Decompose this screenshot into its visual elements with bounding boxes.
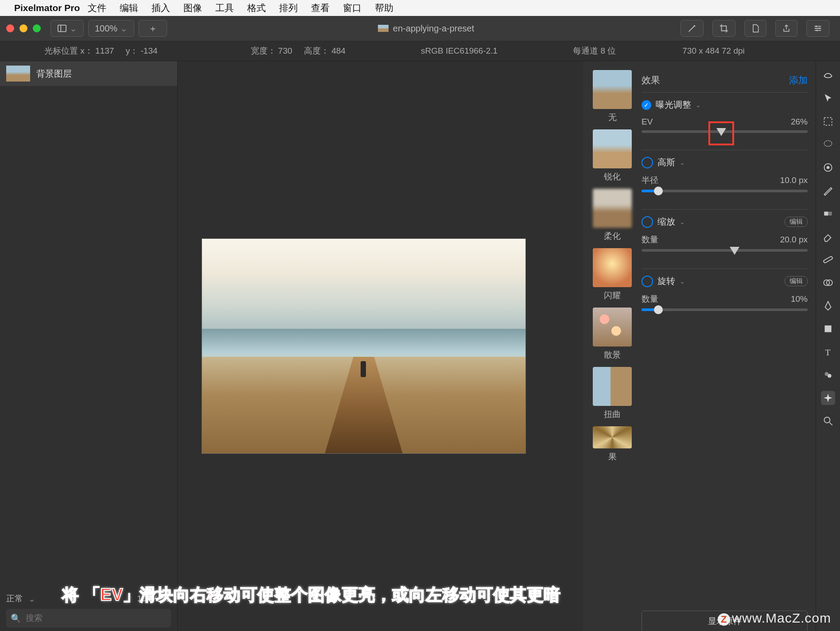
arrow-tool[interactable] — [821, 91, 835, 105]
param-label: 半径 — [642, 175, 658, 186]
menu-edit[interactable]: 编辑 — [120, 2, 138, 14]
menu-window[interactable]: 窗口 — [343, 2, 362, 14]
effect-name[interactable]: 曝光调整 — [656, 99, 691, 111]
menu-view[interactable]: 查看 — [311, 2, 330, 14]
menu-tools[interactable]: 工具 — [215, 2, 234, 14]
effect-toggle[interactable]: ✓ — [642, 100, 651, 110]
color-adjust-tool[interactable] — [821, 160, 835, 175]
marquee-tool[interactable] — [821, 114, 835, 129]
repair-tool[interactable] — [821, 253, 835, 267]
layer-thumb — [6, 66, 30, 82]
preset-kaleido[interactable]: 果 — [593, 426, 632, 463]
effect-toggle[interactable] — [642, 157, 653, 168]
document-button[interactable] — [744, 20, 766, 37]
param-label: 数量 — [642, 234, 658, 245]
effect-rotate: 旋转 ⌄ 编辑 数量 10% — [642, 275, 808, 314]
menu-image[interactable]: 图像 — [183, 2, 202, 14]
app-name[interactable]: Pixelmator Pro — [14, 3, 80, 13]
param-value[interactable]: 10.0 px — [780, 175, 808, 185]
chevron-down-icon: ⌄ — [696, 101, 701, 109]
layer-row[interactable]: 背景图层 — [0, 61, 177, 86]
pen-tool[interactable] — [821, 299, 835, 313]
menu-file[interactable]: 文件 — [88, 2, 106, 14]
param-value[interactable]: 20.0 px — [780, 235, 808, 245]
add-button[interactable]: ＋ — [139, 20, 167, 37]
preset-shine[interactable]: 闪耀 — [593, 248, 632, 301]
zoom-tool[interactable] — [821, 414, 835, 428]
eraser-icon — [822, 231, 834, 242]
chevron-down-icon: ⌄ — [680, 278, 685, 285]
canvas-area[interactable] — [178, 61, 583, 631]
minimize-window-button[interactable] — [19, 24, 27, 32]
share-button[interactable] — [775, 20, 797, 37]
shape-tool[interactable] — [821, 322, 835, 336]
layers-panel: 背景图层 正常 ⌄ 100% ⌄ 🔍 — [0, 61, 178, 631]
height-value: 484 — [331, 46, 346, 55]
add-effect-button[interactable]: 添加 — [789, 74, 808, 86]
preset-bokeh[interactable]: 散景 — [593, 308, 632, 361]
effects-tool[interactable] — [821, 391, 835, 405]
fullscreen-window-button[interactable] — [33, 24, 41, 32]
cursor-y-value: -134 — [141, 46, 158, 55]
document-canvas[interactable] — [202, 238, 526, 454]
layer-search[interactable]: 🔍 — [6, 609, 171, 627]
lasso-icon — [822, 139, 834, 150]
edit-button[interactable]: 编辑 — [785, 276, 808, 286]
traffic-lights — [6, 24, 41, 32]
preset-distort[interactable]: 扭曲 — [593, 367, 632, 420]
color-profile: sRGB IEC61966-2.1 — [421, 46, 498, 55]
preset-sharpen[interactable]: 锐化 — [593, 129, 632, 183]
preset-soften[interactable]: 柔化 — [593, 189, 632, 242]
edit-button[interactable]: 编辑 — [785, 217, 808, 227]
watermark-logo: Z — [718, 613, 730, 626]
lasso-tool[interactable] — [821, 137, 835, 152]
layer-search-input[interactable] — [25, 613, 132, 623]
erase-tool[interactable] — [821, 230, 835, 244]
radius-slider[interactable] — [642, 190, 808, 192]
effects-panel: 无 锐化 柔化 闪耀 散景 扭曲 果 效果 添加 ✓ 曝光 — [583, 61, 840, 631]
menu-arrange[interactable]: 排列 — [279, 2, 298, 14]
svg-text:T: T — [825, 348, 831, 357]
search-icon: 🔍 — [11, 613, 21, 623]
color-adjust-button[interactable] — [681, 20, 704, 37]
plus-icon: ＋ — [148, 23, 157, 35]
cursor-y-label: y： — [126, 46, 139, 55]
text-tool[interactable]: T — [821, 345, 835, 359]
ev-slider[interactable] — [642, 130, 808, 133]
menu-help[interactable]: 帮助 — [375, 2, 393, 14]
crop-icon — [719, 23, 729, 33]
gradient-tool[interactable] — [821, 206, 835, 221]
sidebar-toggle-button[interactable]: ⌄ — [51, 20, 84, 37]
svg-point-2 — [694, 25, 696, 27]
effect-toggle[interactable] — [642, 276, 653, 287]
zoom-select[interactable]: 100% ⌄ — [88, 20, 134, 37]
amount-slider[interactable] — [642, 249, 808, 252]
mac-menubar: Pixelmator Pro 文件 编辑 插入 图像 工具 格式 排列 查看 窗… — [0, 0, 840, 16]
sliders-icon — [813, 23, 823, 33]
clone-tool[interactable] — [821, 276, 835, 290]
menu-format[interactable]: 格式 — [247, 2, 266, 14]
param-value[interactable]: 10% — [791, 294, 808, 304]
effect-name[interactable]: 高斯 — [657, 156, 675, 168]
menu-insert[interactable]: 插入 — [152, 2, 170, 14]
paint-tool[interactable] — [821, 183, 835, 198]
close-window-button[interactable] — [6, 24, 14, 32]
crop-button[interactable] — [712, 20, 735, 37]
amount-slider[interactable] — [642, 308, 808, 311]
style-tool[interactable] — [821, 68, 835, 82]
document-title-area: en-applying-a-preset — [171, 23, 681, 34]
brush-format-icon — [822, 70, 834, 81]
effect-name[interactable]: 旋转 — [657, 275, 675, 287]
effect-name[interactable]: 缩放 — [657, 216, 675, 228]
settings-button[interactable] — [806, 20, 829, 37]
svg-point-3 — [816, 26, 817, 27]
param-value[interactable]: 26% — [791, 117, 808, 127]
svg-rect-6 — [824, 117, 832, 125]
sidebar-icon — [57, 23, 67, 33]
preset-none[interactable]: 无 — [593, 70, 632, 123]
effect-toggle[interactable] — [642, 216, 653, 228]
opacity-value[interactable]: 100% — [137, 594, 159, 604]
color-picker-tool[interactable] — [821, 368, 835, 382]
blend-mode-select[interactable]: 正常 — [6, 593, 23, 604]
effect-gaussian: 高斯 ⌄ 半径 10.0 px — [642, 156, 808, 195]
